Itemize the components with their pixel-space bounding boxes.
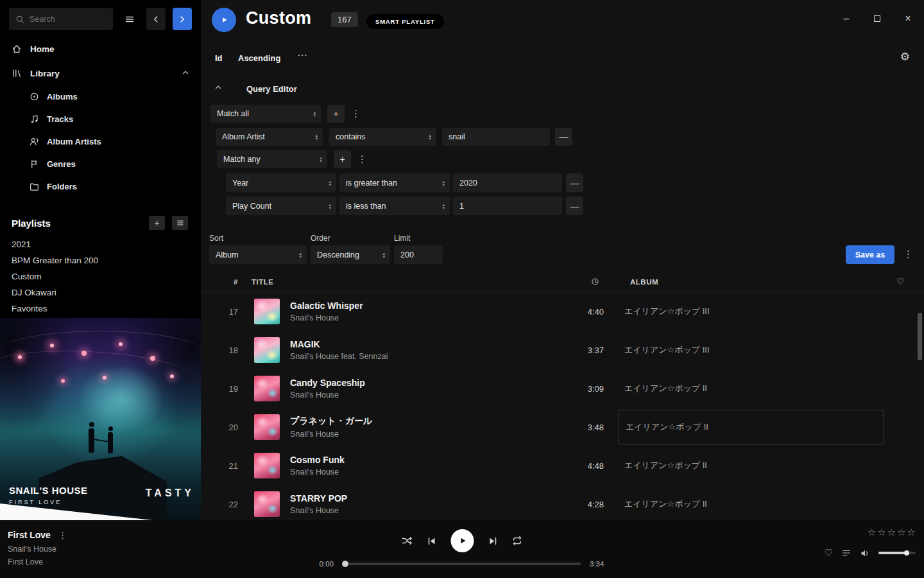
rule-operator-select[interactable]: is greater than ▴▾: [339, 173, 450, 192]
track-album[interactable]: エイリアン☆ポップ III: [624, 306, 884, 317]
star-icon[interactable]: ☆: [868, 527, 876, 538]
column-title[interactable]: TITLE: [252, 278, 273, 286]
skip-next-icon: [488, 536, 498, 546]
save-options-icon[interactable]: ⋮: [903, 249, 913, 260]
playlist-list-button[interactable]: [172, 216, 188, 230]
add-playlist-button[interactable]: +: [149, 216, 165, 230]
sort-direction-control[interactable]: Ascending: [238, 53, 280, 63]
track-row[interactable]: 18 MAGIK Snail's House feat. Sennzai 3:3…: [201, 331, 924, 369]
playlist-play-button[interactable]: [212, 8, 236, 32]
search-box[interactable]: [9, 8, 113, 30]
remove-rule-button[interactable]: —: [566, 173, 583, 192]
shuffle-button[interactable]: [402, 536, 413, 546]
lanterns: [18, 355, 22, 359]
volume-slider[interactable]: [878, 552, 916, 554]
rule-field-select[interactable]: Year ▴▾: [226, 173, 336, 192]
maximize-icon: [874, 15, 880, 22]
sidebar-item-album-artists[interactable]: Album Artists: [0, 130, 201, 153]
track-row[interactable]: 21 Cosmo Funk Snail's House 4:48 エイリアン☆ポ…: [201, 446, 924, 485]
playlist-item[interactable]: 2021: [0, 236, 201, 252]
cover-figure: [108, 426, 113, 431]
select-carets-icon: ▴▾: [437, 180, 445, 186]
playlist-item[interactable]: BPM Greater than 200: [0, 252, 201, 268]
rule-operator-select[interactable]: is less than ▴▾: [339, 197, 450, 215]
search-input[interactable]: [30, 15, 107, 24]
rule-field-select[interactable]: Play Count ▴▾: [226, 197, 336, 215]
track-options-icon[interactable]: ⋮: [58, 530, 67, 540]
track-album-focused[interactable]: エイリアン☆ポップ II: [619, 410, 884, 444]
sidebar-item-tracks[interactable]: Tracks: [0, 108, 201, 130]
minimize-button[interactable]: –: [841, 13, 852, 24]
group-options-icon[interactable]: ⋮: [351, 108, 361, 119]
volume-icon[interactable]: [860, 548, 870, 558]
track-info: STARRY POP Snail's House: [290, 493, 566, 515]
scrollbar-thumb[interactable]: [918, 313, 922, 360]
rule-field-select[interactable]: Album Artist ▴▾: [216, 128, 323, 146]
sort-select[interactable]: Album ▴▾: [209, 245, 307, 264]
playlist-item[interactable]: Custom: [0, 268, 201, 285]
gear-icon[interactable]: ⚙: [900, 50, 910, 64]
track-row[interactable]: 19 Candy Spaceship Snail's House 3:09 エイ…: [201, 369, 924, 408]
duration-column-clock-icon[interactable]: [591, 277, 599, 287]
back-button[interactable]: [146, 8, 166, 30]
column-album[interactable]: ALBUM: [630, 278, 658, 286]
maximize-button[interactable]: [871, 13, 883, 24]
chevron-right-icon: [178, 15, 187, 24]
next-button[interactable]: [488, 536, 498, 546]
forward-button[interactable]: [173, 8, 192, 30]
remove-rule-button[interactable]: —: [555, 128, 572, 146]
sidebar-item-folders[interactable]: Folders: [0, 175, 201, 198]
save-as-button[interactable]: Save as: [846, 245, 894, 264]
limit-input[interactable]: [394, 245, 443, 264]
sidebar-item-label: Tracks: [47, 114, 73, 124]
queue-icon[interactable]: [841, 548, 851, 557]
seek-bar[interactable]: [343, 563, 581, 565]
rule-operator-select[interactable]: contains ▴▾: [329, 128, 436, 146]
rule-value-input[interactable]: [453, 173, 562, 192]
star-icon[interactable]: ☆: [887, 527, 896, 538]
star-icon[interactable]: ☆: [877, 527, 886, 538]
now-playing-artist: Snail's House: [8, 545, 56, 554]
playlist-item[interactable]: DJ Okawari: [0, 285, 201, 301]
page-title: Custom: [246, 8, 311, 28]
order-select[interactable]: Descending ▴▾: [311, 245, 390, 264]
close-button[interactable]: ×: [902, 13, 914, 24]
star-icon[interactable]: ☆: [907, 527, 916, 538]
track-album[interactable]: エイリアン☆ポップ II: [624, 498, 884, 510]
star-icon[interactable]: ☆: [897, 527, 905, 538]
seek-knob[interactable]: [342, 561, 348, 567]
track-album[interactable]: エイリアン☆ポップ II: [624, 460, 884, 471]
favorite-column-heart-icon[interactable]: ♡: [896, 276, 905, 286]
sidebar-item-library[interactable]: Library: [0, 61, 201, 85]
repeat-button[interactable]: [512, 536, 523, 546]
sidebar-item-home[interactable]: Home: [0, 37, 201, 61]
rule-value-input[interactable]: [442, 128, 550, 146]
track-album-art: [254, 414, 280, 440]
cover-figure: [89, 428, 94, 453]
add-rule-button[interactable]: +: [334, 150, 351, 168]
menu-button[interactable]: [120, 8, 139, 30]
track-album[interactable]: エイリアン☆ポップ III: [624, 344, 884, 356]
match-all-select[interactable]: Match all ▴▾: [210, 105, 321, 123]
play-pause-button[interactable]: [451, 529, 474, 552]
volume-knob[interactable]: [904, 550, 909, 556]
track-row[interactable]: 22 STARRY POP Snail's House 4:28 エイリアン☆ポ…: [201, 485, 924, 520]
sidebar-item-genres[interactable]: Genres: [0, 153, 201, 175]
sidebar-item-albums[interactable]: Albums: [0, 85, 201, 108]
track-row[interactable]: 20 プラネット・ガール Snail's House 3:48 エイリアン☆ポッ…: [201, 408, 924, 446]
track-row[interactable]: 17 Galactic Whisper Snail's House 4:40 エ…: [201, 292, 924, 331]
previous-button[interactable]: [427, 536, 437, 546]
chevron-up-icon[interactable]: [182, 69, 189, 78]
group-options-icon[interactable]: ⋮: [357, 153, 367, 165]
add-rule-button[interactable]: +: [327, 105, 345, 123]
window-controls: – ×: [841, 13, 914, 24]
sort-field-control[interactable]: Id: [215, 53, 223, 63]
track-album[interactable]: エイリアン☆ポップ II: [624, 383, 884, 394]
rule-value-input[interactable]: [453, 197, 562, 215]
playlist-item[interactable]: Favorites: [0, 301, 201, 317]
query-editor-collapse-button[interactable]: [214, 83, 223, 93]
favorite-heart-icon[interactable]: ♡: [825, 547, 833, 559]
more-options-icon[interactable]: ⋯: [297, 49, 308, 61]
remove-rule-button[interactable]: —: [566, 197, 583, 215]
match-any-select[interactable]: Match any ▴▾: [217, 150, 327, 168]
